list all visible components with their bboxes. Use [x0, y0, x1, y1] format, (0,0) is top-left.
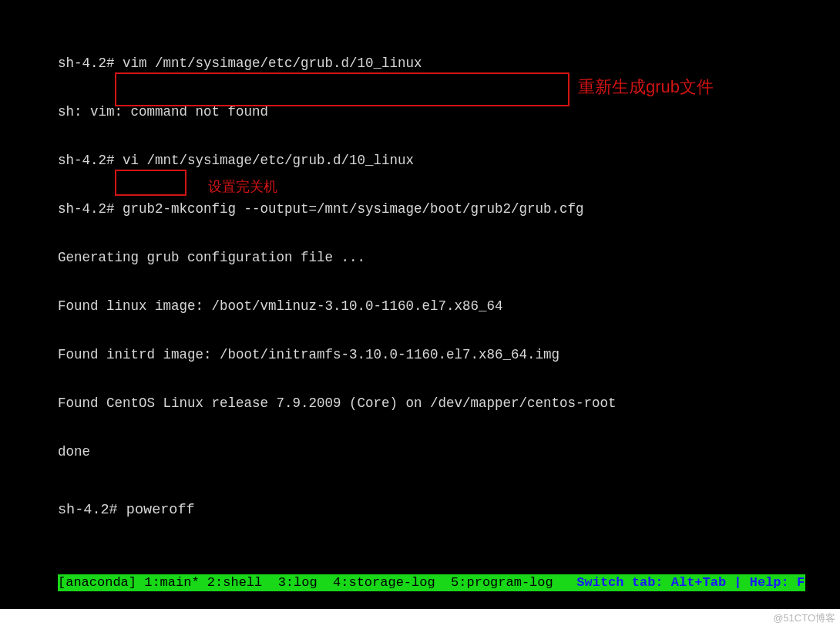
tmux-help-hint: Switch tab: Alt+Tab | Help: F1: [576, 575, 805, 590]
terminal-output: sh-4.2# vim /mnt/sysimage/etc/grub.d/10_…: [58, 23, 617, 550]
annotation-grub-regen: 重新生成grub文件: [578, 76, 714, 99]
terminal-line: sh-4.2# vi /mnt/sysimage/etc/grub.d/10_l…: [58, 153, 617, 169]
annotation-shutdown: 设置完关机: [208, 177, 277, 196]
shell-command: poweroff: [126, 502, 195, 518]
terminal-line: sh-4.2# grub2-mkconfig --output=/mnt/sys…: [58, 201, 617, 217]
terminal-line: Found linux image: /boot/vmlinuz-3.10.0-…: [58, 298, 617, 315]
terminal-line: Generating grub configuration file ...: [58, 250, 617, 266]
terminal-line: sh: vim: command not found: [58, 104, 617, 120]
tmux-status-bar[interactable]: [anaconda] 1:main* 2:shell 3:log 4:stora…: [58, 574, 805, 591]
terminal-line: done: [58, 444, 617, 460]
terminal-prompt-line[interactable]: sh-4.2# poweroff: [58, 502, 617, 518]
terminal-screen[interactable]: sh-4.2# vim /mnt/sysimage/etc/grub.d/10_…: [0, 0, 840, 609]
tmux-tabs[interactable]: [anaconda] 1:main* 2:shell 3:log 4:stora…: [58, 575, 576, 590]
terminal-line: sh-4.2# vim /mnt/sysimage/etc/grub.d/10_…: [58, 56, 617, 72]
terminal-line: Found CentOS Linux release 7.9.2009 (Cor…: [58, 395, 617, 412]
shell-prompt: sh-4.2#: [58, 502, 126, 518]
terminal-line: Found initrd image: /boot/initramfs-3.10…: [58, 347, 617, 363]
watermark: @51CTO博客: [773, 611, 835, 625]
